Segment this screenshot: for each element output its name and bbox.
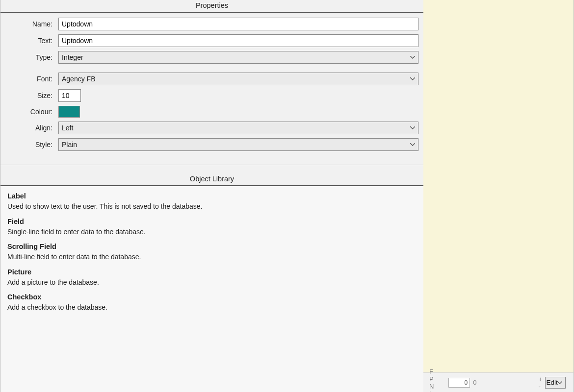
design-canvas[interactable] (423, 0, 574, 372)
zoom-in-button[interactable]: + (538, 375, 542, 383)
sidebar: Properties Name: Text: Type: Integer Fon… (0, 0, 423, 392)
chevron-down-icon (410, 143, 415, 146)
text-field[interactable] (58, 34, 418, 47)
font-select[interactable]: Agency FB (58, 73, 418, 85)
name-label: Name: (5, 20, 58, 28)
library-item-title: Label (7, 192, 417, 200)
library-item-title: Checkbox (7, 293, 417, 301)
align-select[interactable]: Left (58, 122, 418, 134)
library-item-desc: Used to show text to the user. This is n… (7, 202, 417, 212)
mode-select-value: Edit (546, 379, 557, 386)
library-item-desc: Single-line field to enter data to the d… (7, 227, 417, 237)
name-field[interactable] (58, 18, 418, 30)
library-item-desc: Multi-line field to enter data to the da… (7, 252, 417, 262)
library-item-checkbox[interactable]: Checkbox Add a checkbox to the database. (0, 287, 423, 313)
colour-label: Colour: (5, 108, 58, 116)
record-total: 0 (473, 379, 476, 386)
type-select-value: Integer (62, 53, 83, 61)
library-title: Object Library (0, 173, 423, 186)
chevron-down-icon (410, 77, 415, 80)
properties-title: Properties (0, 0, 423, 13)
align-select-value: Left (62, 124, 73, 132)
library-item-label[interactable]: Label Used to show text to the user. Thi… (0, 186, 423, 212)
divider (0, 165, 423, 173)
library-item-desc: Add a picture to the database. (7, 278, 417, 288)
font-select-value: Agency FB (62, 75, 95, 83)
library-item-desc: Add a checkbox to the database. (7, 303, 417, 313)
type-label: Type: (5, 53, 58, 61)
size-field[interactable] (58, 89, 81, 102)
library-item-scrolling-field[interactable]: Scrolling Field Multi-line field to ente… (0, 237, 423, 262)
chevron-down-icon (410, 56, 415, 59)
text-label: Text: (5, 37, 58, 45)
zoom-out-button[interactable]: - (538, 383, 540, 390)
style-label: Style: (5, 141, 58, 148)
chevron-down-icon (557, 381, 562, 384)
object-library: Label Used to show text to the user. Thi… (0, 186, 423, 392)
statusbar: F P N L 0 + - Edit (423, 372, 574, 392)
type-select[interactable]: Integer (58, 51, 418, 64)
chevron-down-icon (410, 126, 415, 129)
mode-select[interactable]: Edit (545, 377, 566, 389)
library-item-title: Scrolling Field (7, 243, 417, 250)
colour-swatch[interactable] (58, 106, 80, 118)
font-label: Font: (5, 75, 58, 83)
library-item-title: Picture (7, 268, 417, 276)
record-nav-buttons[interactable]: F P N L (429, 368, 442, 392)
align-label: Align: (5, 124, 58, 132)
style-select[interactable]: Plain (58, 138, 418, 151)
library-item-title: Field (7, 218, 417, 225)
properties-panel: Name: Text: Type: Integer Font: Agency F… (0, 13, 423, 165)
record-current-field[interactable] (448, 378, 470, 388)
library-item-field[interactable]: Field Single-line field to enter data to… (0, 212, 423, 237)
library-item-picture[interactable]: Picture Add a picture to the database. (0, 262, 423, 288)
style-select-value: Plain (62, 141, 77, 148)
size-label: Size: (5, 92, 58, 99)
